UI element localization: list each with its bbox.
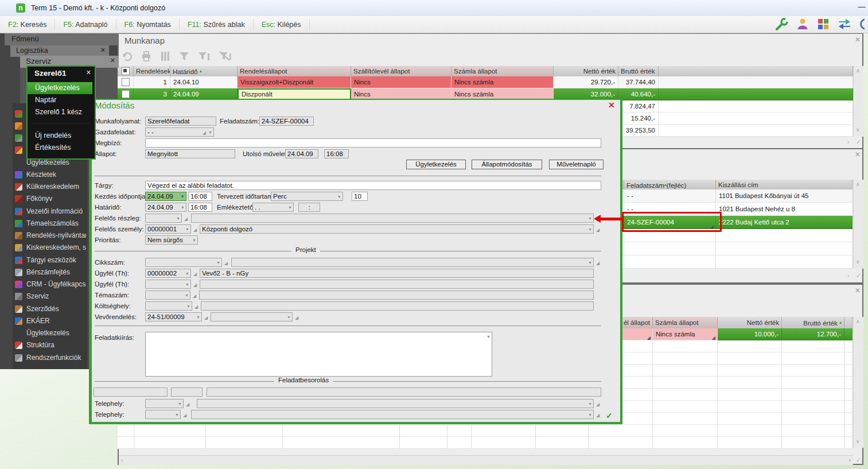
scroll-down-icon[interactable]: ∨ [856,259,860,265]
site1-name[interactable]: ▼ [197,399,594,408]
sidebar-item-kulkereskedelem[interactable]: Külkereskedelem [15,181,86,192]
dropdown-icon[interactable]: ▼ [287,315,291,320]
lookup-icon[interactable]: ◢ [184,216,188,222]
site2-combo[interactable]: ▼ [145,410,181,419]
sidebar-item-ugyletkezeles2[interactable]: Ügyletkezelés [15,327,86,339]
classification-field-2[interactable] [171,387,203,397]
sales-order-combo2[interactable]: ▼ [211,312,293,321]
sidebar-item-berszamfejtes[interactable]: Bérszámfejtés [15,266,86,278]
start-date-combo[interactable]: 24.04.09▼ [145,192,186,201]
sidebar-item-szerzodes[interactable]: Szerződés [15,303,86,315]
lookup-icon[interactable]: ◢ [203,130,206,136]
dialog-ok-icon[interactable]: ✓ [606,411,613,420]
sidebar-item-kiskereskedelem[interactable]: Kiskereskedelem, szá [15,242,86,253]
close-icon[interactable]: ✕ [86,69,91,76]
dropdown-icon[interactable]: ▼ [178,402,182,406]
sidebar-item-keszletek[interactable]: Készletek [15,169,86,180]
dropdown-icon[interactable]: ▼ [588,216,592,221]
vertical-scrollbar[interactable]: ∧ ∨ [853,66,863,137]
lookup-icon[interactable]: ◢ [193,272,197,277]
close-icon[interactable]: ✕ [100,46,106,54]
sidebar-item-targyi-eszkozok[interactable]: Tárgyi eszközök [15,254,86,266]
customer2-name[interactable] [200,280,594,289]
topic-name-field[interactable] [199,290,594,300]
muveletnaplo-button[interactable]: Műveletnapló [549,160,604,169]
scroll-left-icon[interactable]: ‹ [121,456,123,463]
planned-duration-combo[interactable]: Perc▼ [271,192,343,201]
confirm-icon[interactable]: ✓ [856,138,861,146]
power-icon[interactable] [859,17,865,31]
dropdown-icon[interactable]: ▼ [588,261,592,265]
dropdown-icon[interactable]: ▼ [337,195,341,199]
close-icon[interactable]: ✕ [855,36,861,44]
dropdown-icon[interactable]: ▼ [175,413,179,417]
lookup-icon[interactable]: ◢ [204,315,208,321]
fkey-adatnaplo[interactable]: F5: Adatnapló [55,19,116,30]
topic-number-combo[interactable]: ▼ [145,290,190,300]
dropdown-icon[interactable]: ▼ [176,216,180,221]
column-header[interactable]: Bruttó érték ▴ [782,317,844,328]
item-name-field[interactable]: ▼ [231,258,594,267]
last-op-date-field[interactable]: 24.04.09 [285,149,318,158]
scroll-right-icon[interactable]: › [848,456,851,463]
row-checkbox[interactable] [118,76,134,88]
transfer-icon[interactable] [837,17,852,31]
priority-combo[interactable]: Nem sürgős▼ [145,235,198,245]
ugyletkezeles-button[interactable]: Ügyletkezelés [406,160,466,169]
dropdown-icon[interactable]: ▼ [185,293,189,298]
customer2-combo[interactable]: ▼ [145,280,191,289]
sidebar-item-crm[interactable]: CRM - Ügyfélkapcsola [15,278,86,290]
scroll-down-icon[interactable]: ∨ [856,127,860,133]
cell-dropdown-icon[interactable]: ◢ [712,332,715,340]
dropdown-icon[interactable]: ▼ [588,227,592,232]
dropdown-icon[interactable]: ▼ [185,227,189,232]
table-row[interactable]: 1 24.04.10 Visszaigazolt+Diszponált Ninc… [118,76,853,88]
sidebar-item-rendeles-nyilvantartas[interactable]: Rendelés-nyilvántartá [15,230,86,241]
sidebar-item-struktura[interactable]: Struktúra [15,339,86,351]
scroll-right-icon[interactable]: › [847,272,850,279]
vertical-scrollbar[interactable]: ∧ ∨ [853,180,863,269]
dialog-close-icon[interactable]: ✕ [608,100,615,110]
cost-center-name[interactable] [201,301,594,311]
planned-duration-value[interactable]: 10 [352,192,368,201]
responsible-dept-combo[interactable]: ▼ [145,214,182,223]
dropdown-icon[interactable]: ▼ [216,261,220,265]
dropdown-icon[interactable]: ▼ [181,206,185,210]
column-header[interactable]: Rendelések ... [134,66,170,76]
lookup-icon[interactable]: ◢ [193,282,197,288]
workflow-field[interactable]: Szerelőfeladat [145,117,216,126]
sidebar-item-szerviz[interactable]: Szerviz [15,290,86,302]
dropdown-icon[interactable]: ▼ [588,413,592,417]
sidebar-item-ekaer[interactable]: EKÁER [15,315,86,327]
filter-clear-icon[interactable] [218,50,233,63]
state-field[interactable]: Megnyitott [145,149,235,158]
column-header[interactable]: Rendelésállapot [238,66,351,76]
item-number-combo[interactable]: ▼ [145,258,222,267]
dropdown-icon[interactable]: ▼ [180,195,185,199]
responsible-person-name[interactable]: Központi dolgozó▼ [200,224,594,234]
fkey-nyomtatas[interactable]: F6: Nyomtatás [116,19,180,30]
lookup-icon[interactable]: ◢ [194,304,198,310]
lookup-icon[interactable]: ◢ [596,227,600,233]
allapotmodositas-button[interactable]: Állapotmódosítás [472,160,542,169]
customer1-name[interactable]: Vevő2 - B - nGy [200,269,594,278]
column-header[interactable]: Nettó érték [554,66,618,76]
confirm-icon[interactable]: ✓ [856,272,861,280]
parent-task-combo[interactable]: - -◢▼ [145,127,214,137]
menu-item-ertekesites[interactable]: Értékesítés [28,142,92,154]
column-header[interactable]: Feladatszám▴(fejléc) [624,180,716,189]
lookup-icon[interactable]: ◢ [596,261,600,266]
apps-icon[interactable] [816,17,830,31]
close-icon[interactable]: ✕ [855,286,861,294]
sidebar-item-vezetoi-informacio[interactable]: Vezetői információ [15,206,86,217]
lookup-icon[interactable]: ◢ [596,413,600,418]
column-header[interactable]: Határidő ▴ [170,66,238,76]
lookup-icon[interactable]: ◢ [295,315,298,321]
scroll-up-icon[interactable]: ∧ [856,319,860,324]
menu-item-uj-rendeles[interactable]: Új rendelés [28,130,92,142]
menu-item-ugyletkezeles[interactable]: Ügyletkezelés [28,82,92,94]
lookup-icon[interactable]: ◢ [193,293,196,299]
dropdown-icon[interactable]: ▼ [186,304,190,309]
menu-item-szerelo1-keszultseg[interactable]: Szerelő 1 kész [28,106,92,118]
scroll-down-icon[interactable]: ∨ [856,439,860,444]
